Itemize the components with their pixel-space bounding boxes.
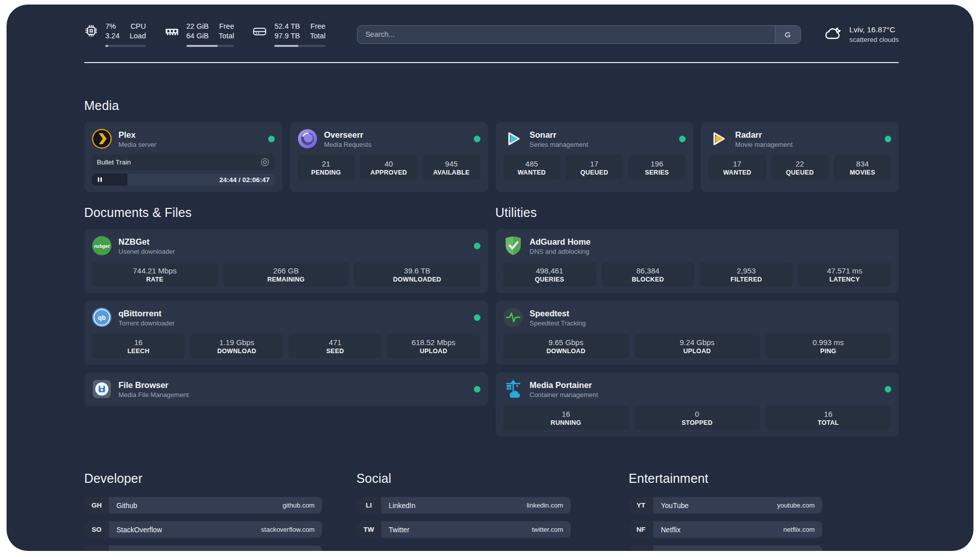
stat-tile: 47.571 ms LATENCY — [798, 262, 891, 287]
app-card-speedtest[interactable]: Speedtest Speedtest Tracking 9.65 Gbps D… — [496, 301, 899, 365]
stat-tile: 16 LEECH — [92, 333, 185, 358]
weather-condition: scattered clouds — [849, 36, 899, 43]
filebrowser-icon — [92, 379, 112, 399]
stat-tile: 196 SERIES — [628, 155, 686, 180]
app-card-plex[interactable]: Plex Media server Bullet Train — [84, 122, 282, 192]
app-card-portainer[interactable]: Media Portainer Container management 16 … — [496, 372, 899, 436]
disk-stat: 52.4 TB 97.9 TB Free Total — [252, 22, 325, 47]
app-card-radarr[interactable]: Radarr Movie management 17 WANTED 22 QUE… — [701, 122, 899, 192]
bookmark-tag: DT — [84, 545, 109, 551]
stat-tile: 9.65 Gbps DOWNLOAD — [503, 333, 629, 358]
radarr-icon — [708, 129, 728, 149]
stat-tile: 498,461 QUERIES — [503, 262, 596, 287]
app-desc: Container management — [530, 391, 598, 399]
disk-total-label: Total — [310, 31, 326, 41]
search-engine-button[interactable]: G — [775, 26, 801, 43]
bookmark-tag: NF — [629, 521, 653, 538]
stat-tile: 21 PENDING — [297, 155, 355, 180]
bookmark-linkedin[interactable]: LI LinkedIn linkedin.com — [356, 497, 571, 514]
app-card-filebrowser[interactable]: File Browser Media File Management — [84, 372, 488, 406]
app-name: AdGuard Home — [530, 237, 591, 247]
section-title-documents: Documents & Files — [84, 205, 488, 220]
status-dot — [885, 136, 891, 142]
stat-tile: 0 STOPPED — [634, 405, 760, 430]
stat-tile: 485 WANTED — [503, 155, 561, 180]
weather-location: Lviv, 16.87°C — [849, 25, 899, 34]
stat-tile: 16 RUNNING — [503, 405, 629, 430]
ram-free-label: Free — [219, 22, 234, 31]
bookmark-url: netflix.com — [783, 526, 815, 533]
top-bar: 7% 3.24 CPU Load — [84, 22, 899, 47]
status-dot — [679, 136, 686, 142]
search-bar: G — [357, 25, 801, 44]
app-desc: Torrent downloader — [118, 319, 174, 327]
app-name: Speedtest — [530, 308, 586, 318]
bookmark-name: Github — [116, 502, 137, 510]
bookmark-url: dev.to — [297, 550, 315, 551]
status-dot — [885, 386, 891, 393]
stat-tile: 834 MOVIES — [834, 155, 891, 180]
app-card-nzbget[interactable]: nzbget NZBGet Usenet downloader 744.21 M… — [84, 229, 488, 293]
cpu-stat: 7% 3.24 CPU Load — [84, 22, 146, 47]
playback-time: 24:44 / 02:06:47 — [219, 176, 275, 184]
stat-tile: 9.24 Gbps UPLOAD — [634, 333, 760, 358]
bookmark-name: DEV — [116, 550, 131, 551]
ram-icon — [164, 24, 179, 41]
bookmark-name: Twitter — [389, 526, 409, 534]
bookmark-netflix[interactable]: NF Netflix netflix.com — [629, 521, 822, 538]
bookmark-twitter[interactable]: TW Twitter twitter.com — [356, 521, 571, 538]
bookmark-stackoverflow[interactable]: SO StackOverflow stackoverflow.com — [84, 521, 322, 538]
section-title-developer: Developer — [84, 471, 322, 486]
adguard-icon — [503, 236, 523, 256]
bookmark-github[interactable]: GH Github github.com — [84, 497, 322, 514]
svg-text:qb: qb — [98, 314, 106, 321]
section-title-entertainment: Entertainment — [629, 471, 822, 486]
now-playing-title: Bullet Train — [97, 158, 131, 166]
disk-total-value: 97.9 TB — [274, 31, 300, 41]
stat-tile: 0.993 ms PING — [765, 333, 891, 358]
stat-tile: 40 APPROVED — [360, 155, 417, 180]
header-divider — [84, 62, 899, 63]
section-title-utilities: Utilities — [496, 205, 899, 220]
stat-tile: 266 GB REMAINING — [223, 262, 349, 287]
cpu-icon — [84, 24, 98, 40]
bookmark-youtube[interactable]: YT YouTube youtube.com — [629, 497, 822, 514]
bookmark-reddit[interactable]: RE Reddit reddit.com — [629, 545, 822, 551]
bookmark-name: Netflix — [661, 526, 681, 534]
pause-icon[interactable] — [96, 176, 103, 183]
stat-tile: 2,953 FILTERED — [700, 262, 793, 287]
ram-total-value: 64 GiB — [187, 31, 209, 41]
status-dot — [474, 314, 480, 321]
app-desc: Media Requests — [324, 141, 372, 148]
status-dot — [474, 136, 480, 142]
app-card-overseerr[interactable]: Overseerr Media Requests 21 PENDING 40 A… — [290, 122, 488, 192]
session-info-icon[interactable] — [260, 157, 270, 167]
now-playing-row: Bullet Train — [92, 154, 275, 170]
stat-tile: 16 TOTAL — [765, 405, 891, 430]
bookmark-dev[interactable]: DT DEV dev.to — [84, 545, 322, 551]
search-input[interactable] — [357, 30, 775, 38]
app-card-sonarr[interactable]: Sonarr Series management 485 WANTED 17 Q… — [496, 122, 694, 192]
app-desc: Movie management — [735, 141, 792, 148]
cloud-icon — [823, 25, 842, 43]
app-card-adguard[interactable]: AdGuard Home DNS and adblocking 498,461 … — [496, 229, 899, 293]
app-name: qBittorrent — [118, 308, 174, 318]
status-dot — [268, 136, 275, 142]
app-name: NZBGet — [118, 237, 175, 247]
ram-progress-bar — [187, 45, 234, 47]
bookmark-tag: RE — [629, 545, 653, 551]
app-name: Media Portainer — [530, 380, 598, 390]
weather-widget: Lviv, 16.87°C scattered clouds — [823, 25, 899, 43]
app-card-qbittorrent[interactable]: qb qBittorrent Torrent downloader 16 LEE… — [84, 301, 488, 365]
app-desc: Media server — [118, 141, 156, 148]
stat-tile: 1.19 Gbps DOWNLOAD — [190, 333, 283, 358]
bookmark-name: YouTube — [661, 502, 689, 510]
cpu-usage-label: CPU — [130, 22, 146, 31]
disk-free-label: Free — [310, 22, 326, 31]
cpu-load-value: 3.24 — [105, 31, 119, 41]
bookmark-name: Reddit — [661, 550, 681, 551]
app-name: Radarr — [735, 130, 792, 140]
stat-tile: 618.52 Mbps UPLOAD — [387, 333, 480, 358]
bookmark-name: StackOverflow — [116, 526, 162, 534]
stat-tile: 945 AVAILABLE — [422, 155, 480, 180]
